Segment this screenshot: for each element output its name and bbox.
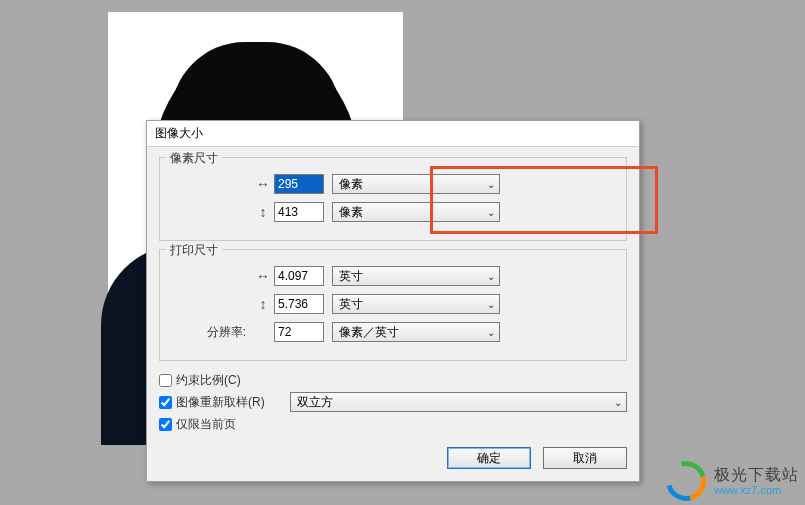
print-dimensions-legend: 打印尺寸 (166, 242, 222, 259)
resample-method-select[interactable]: 双立方 ⌄ (290, 392, 627, 412)
pixel-height-input[interactable] (274, 202, 324, 222)
chevron-down-icon: ⌄ (487, 271, 495, 282)
print-height-row: ↕ 英寸 ⌄ (172, 292, 614, 316)
resolution-unit-select[interactable]: 像素／英寸 ⌄ (332, 322, 500, 342)
print-width-row: ↔ 英寸 ⌄ (172, 264, 614, 288)
resolution-unit-label: 像素／英寸 (339, 324, 399, 341)
constrain-proportions-label: 约束比例(C) (176, 372, 241, 389)
chevron-down-icon: ⌄ (487, 207, 495, 218)
print-height-unit-label: 英寸 (339, 296, 363, 313)
resample-label: 图像重新取样(R) (176, 394, 286, 411)
print-width-input[interactable] (274, 266, 324, 286)
dialog-buttons: 确定 取消 (147, 447, 639, 481)
resolution-row: 分辨率: 像素／英寸 ⌄ (172, 320, 614, 344)
resample-method-label: 双立方 (297, 394, 333, 411)
constrain-proportions-row: 约束比例(C) (159, 369, 627, 391)
print-width-unit-select[interactable]: 英寸 ⌄ (332, 266, 500, 286)
pixel-dimensions-group: 像素尺寸 ↔ 像素 ⌄ ↕ 像素 ⌄ (159, 157, 627, 241)
pixel-dimensions-legend: 像素尺寸 (166, 150, 222, 167)
height-arrow-icon: ↕ (252, 296, 274, 312)
resample-checkbox[interactable] (159, 396, 172, 409)
width-arrow-icon: ↔ (252, 176, 274, 192)
watermark: 极光下载站 www.xz7.com (666, 461, 799, 501)
pixel-width-unit-select[interactable]: 像素 ⌄ (332, 174, 500, 194)
pixel-width-input[interactable] (274, 174, 324, 194)
width-arrow-icon: ↔ (252, 268, 274, 284)
current-page-label: 仅限当前页 (176, 416, 236, 433)
image-size-dialog: 图像大小 像素尺寸 ↔ 像素 ⌄ ↕ 像素 ⌄ (146, 120, 640, 482)
constrain-proportions-checkbox[interactable] (159, 374, 172, 387)
cancel-button[interactable]: 取消 (543, 447, 627, 469)
pixel-width-unit-label: 像素 (339, 176, 363, 193)
print-width-unit-label: 英寸 (339, 268, 363, 285)
print-dimensions-group: 打印尺寸 ↔ 英寸 ⌄ ↕ 英寸 ⌄ 分辨率: (159, 249, 627, 361)
watermark-logo-icon (666, 461, 706, 501)
height-arrow-icon: ↕ (252, 204, 274, 220)
resolution-input[interactable] (274, 322, 324, 342)
watermark-url: www.xz7.com (714, 484, 799, 497)
options-group: 约束比例(C) 图像重新取样(R) 双立方 ⌄ 仅限当前页 (159, 369, 627, 435)
print-height-unit-select[interactable]: 英寸 ⌄ (332, 294, 500, 314)
pixel-height-row: ↕ 像素 ⌄ (172, 200, 614, 224)
chevron-down-icon: ⌄ (614, 397, 622, 408)
current-page-row: 仅限当前页 (159, 413, 627, 435)
resolution-label: 分辨率: (172, 324, 252, 341)
chevron-down-icon: ⌄ (487, 327, 495, 338)
watermark-name: 极光下载站 (714, 465, 799, 484)
chevron-down-icon: ⌄ (487, 179, 495, 190)
pixel-width-row: ↔ 像素 ⌄ (172, 172, 614, 196)
resample-row: 图像重新取样(R) 双立方 ⌄ (159, 391, 627, 413)
ok-button[interactable]: 确定 (447, 447, 531, 469)
pixel-height-unit-select[interactable]: 像素 ⌄ (332, 202, 500, 222)
pixel-height-unit-label: 像素 (339, 204, 363, 221)
chevron-down-icon: ⌄ (487, 299, 495, 310)
dialog-title: 图像大小 (147, 121, 639, 147)
current-page-checkbox[interactable] (159, 418, 172, 431)
print-height-input[interactable] (274, 294, 324, 314)
